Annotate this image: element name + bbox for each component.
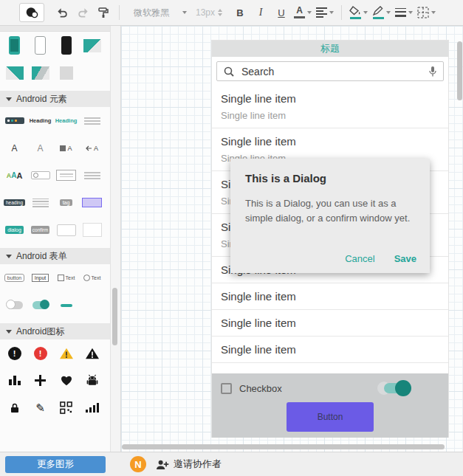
shape-plus-icon[interactable] <box>30 370 50 390</box>
italic-button[interactable]: I <box>250 4 271 21</box>
shape-android-icon[interactable] <box>82 370 102 390</box>
shape-checkbox[interactable]: Text <box>56 268 76 288</box>
shape-warning-icon-yellow[interactable] <box>56 343 76 363</box>
shape-phone-outline[interactable] <box>30 35 50 55</box>
fill-color-button[interactable] <box>347 4 370 21</box>
shape-heading-chip[interactable]: heading <box>4 193 24 213</box>
shape-image-placeholder[interactable] <box>4 63 24 83</box>
text-align-button[interactable] <box>314 4 336 21</box>
android-mockup[interactable]: 标题 Search Single line item Single line i… <box>212 41 448 437</box>
form-shapes-row: button Input Text Text <box>0 264 110 292</box>
shape-arrow-with-text[interactable]: A <box>82 138 102 158</box>
shape-lock-icon[interactable] <box>4 398 24 418</box>
shape-typography[interactable]: AAA <box>4 165 24 185</box>
shape-letter-light[interactable]: A <box>30 138 50 158</box>
shape-highlight-input[interactable] <box>82 193 102 213</box>
shape-confirm-chip[interactable]: confirm <box>30 220 50 240</box>
text-color-button[interactable]: A <box>292 4 314 21</box>
shape-warning-icon-black[interactable] <box>82 343 102 363</box>
shape-pencil-icon[interactable] <box>30 398 50 418</box>
main-area: Android 元素 Heading Heading A A A A AAA <box>0 26 463 452</box>
bold-button[interactable]: B <box>230 4 250 21</box>
section-header-android-elements[interactable]: Android 元素 <box>0 91 110 107</box>
checkbox[interactable] <box>221 383 232 394</box>
element-shapes-row: Heading Heading <box>0 107 110 134</box>
shape-signal-bars-icon[interactable] <box>82 398 102 418</box>
shape-gray-square[interactable] <box>56 63 76 83</box>
canvas[interactable]: 标题 Search Single line item Single line i… <box>121 26 463 452</box>
shape-toggle-off[interactable] <box>4 295 24 315</box>
undo-button[interactable] <box>52 4 72 21</box>
shape-text-lines[interactable] <box>82 165 102 185</box>
shape-image-with-text[interactable]: A <box>56 138 76 158</box>
shape-image-placeholder[interactable] <box>82 35 102 55</box>
toggle-switch[interactable] <box>377 380 411 396</box>
mockup-search-bar[interactable]: Search <box>216 61 444 81</box>
shape-heading-teal[interactable]: Heading <box>56 111 76 131</box>
checkbox-label: Checkbox <box>239 383 282 394</box>
section-header-android-forms[interactable]: Android 表单 <box>0 248 110 264</box>
shape-error-icon-black[interactable] <box>4 343 24 363</box>
shape-text-lines[interactable] <box>82 111 102 131</box>
mic-icon[interactable] <box>428 66 437 77</box>
mockup-dialog[interactable]: This is a Dialog This is a Dialog, you c… <box>230 159 430 273</box>
list-item[interactable]: Single line item <box>212 283 448 310</box>
search-placeholder: Search <box>241 66 274 77</box>
shape-heading-dark[interactable]: Heading <box>30 111 50 131</box>
empty-cell <box>82 295 102 315</box>
user-avatar[interactable]: N <box>130 456 146 472</box>
shape-input-box[interactable] <box>56 165 76 185</box>
border-style-button[interactable] <box>415 4 438 21</box>
sidebar-scrollbar-thumb[interactable] <box>112 288 117 345</box>
underline-button[interactable]: U <box>271 4 292 21</box>
shape-error-icon-red[interactable] <box>30 343 50 363</box>
cut-section-header <box>0 26 110 32</box>
sidebar-scrollbar[interactable] <box>110 26 121 452</box>
shape-input[interactable]: Input <box>30 268 50 288</box>
checkbox-row: Checkbox <box>212 378 448 399</box>
list-item[interactable]: Single line item <box>212 310 448 337</box>
shape-qr-code-icon[interactable] <box>56 398 76 418</box>
list-item[interactable]: Single line item <box>212 337 448 363</box>
search-icon <box>223 66 235 77</box>
shape-toggle-on[interactable] <box>30 295 50 315</box>
shape-letter-dark[interactable]: A <box>4 138 24 158</box>
shape-appbar[interactable] <box>4 111 24 131</box>
shape-heart-icon[interactable] <box>56 370 76 390</box>
canvas-horizontal-scrollbar[interactable] <box>122 444 445 449</box>
shape-dialog-chip[interactable]: dialog <box>4 220 24 240</box>
shape-radio[interactable]: Text <box>82 268 102 288</box>
shape-slider[interactable] <box>56 295 76 315</box>
font-size-stepper[interactable]: 13px <box>196 7 222 18</box>
section-header-android-icons[interactable]: Android图标 <box>0 323 110 339</box>
shape-tool-button[interactable] <box>19 3 44 22</box>
add-collaborator-icon[interactable] <box>155 459 169 470</box>
shape-text-lines[interactable] <box>30 193 50 213</box>
shape-phone-black[interactable] <box>56 35 76 55</box>
format-painter-button[interactable] <box>93 4 114 21</box>
shape-bar-chart-icon[interactable] <box>4 370 24 390</box>
section-title: Android 元素 <box>16 93 67 106</box>
canvas-vertical-scrollbar[interactable] <box>457 41 462 100</box>
save-button[interactable]: Save <box>394 253 416 264</box>
shape-card[interactable] <box>56 220 76 240</box>
line-color-button[interactable] <box>370 4 393 21</box>
redo-button[interactable] <box>72 4 93 21</box>
shape-image-placeholder[interactable] <box>30 63 50 83</box>
invite-collaborator-label[interactable]: 邀请协作者 <box>174 458 222 471</box>
shape-search-box[interactable] <box>30 165 50 185</box>
mockup-titlebar[interactable]: 标题 <box>212 41 448 57</box>
section-title: Android图标 <box>16 325 64 338</box>
cancel-button[interactable]: Cancel <box>345 253 374 264</box>
line-style-button[interactable] <box>393 4 415 21</box>
mockup-button[interactable]: Button <box>287 402 374 432</box>
shape-phone-teal[interactable] <box>4 35 24 55</box>
align-left-icon <box>316 7 327 18</box>
device-shapes-row <box>0 59 110 86</box>
shape-tag-chip[interactable]: tag <box>56 193 76 213</box>
list-item[interactable]: Single line item Single line item <box>212 86 448 128</box>
font-family-select[interactable]: 微软雅黑 <box>131 7 190 19</box>
more-shapes-button[interactable]: 更多图形 <box>5 456 106 473</box>
shape-button[interactable]: button <box>4 268 24 288</box>
shape-panel[interactable] <box>82 220 102 240</box>
